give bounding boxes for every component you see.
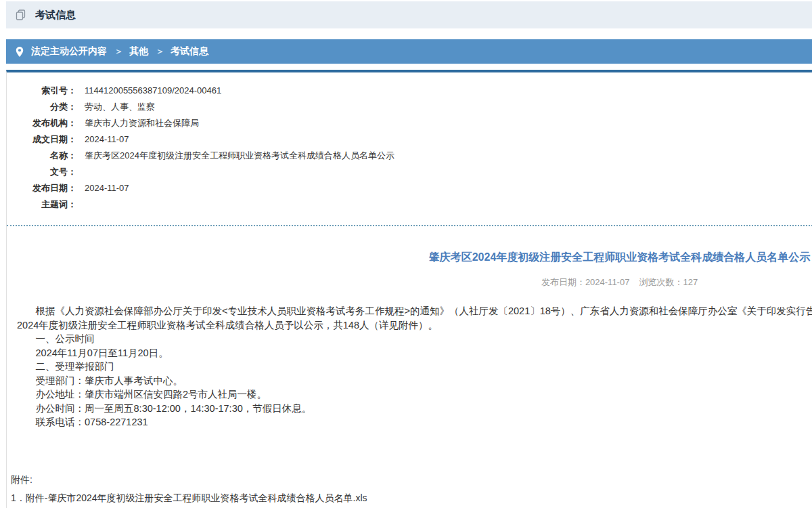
paragraph: 联系电话：0758-2271231	[17, 415, 812, 429]
table-row: 分类： 劳动、人事、监察	[7, 99, 812, 115]
page-header: 考试信息	[6, 1, 812, 28]
publish-date-value: 2024-11-07	[585, 277, 630, 287]
meta-value-name: 肇庆考区2024年度初级注册安全工程师职业资格考试全科成绩合格人员名单公示	[85, 148, 394, 164]
publish-date-label: 发布日期：	[541, 277, 585, 287]
meta-label-publish-date: 发布日期：	[7, 180, 76, 196]
document-info-table: 索引号： 114412005556387109/2024-00461 分类： 劳…	[7, 72, 812, 219]
meta-label-doc-no: 文号：	[7, 164, 76, 180]
article-title: 肇庆考区2024年度初级注册安全工程师职业资格考试全科成绩合格人员名单公示	[7, 251, 812, 265]
meta-label-written-date: 成文日期：	[7, 131, 76, 148]
table-row: 索引号： 114412005556387109/2024-00461	[7, 83, 812, 99]
breadcrumb-separator: ＞	[156, 45, 164, 58]
paragraph: 2024年度初级注册安全工程师职业资格考试全科成绩合格人员予以公示，共148人（…	[17, 318, 812, 333]
table-row: 发布日期： 2024-11-07	[7, 180, 812, 196]
meta-label-name: 名称：	[7, 148, 76, 164]
paragraph: 2024年11月07日至11月20日。	[17, 346, 812, 360]
content-panel: 索引号： 114412005556387109/2024-00461 分类： 劳…	[6, 70, 812, 508]
meta-value-written-date: 2024-11-07	[85, 131, 129, 148]
meta-value-index-no: 114412005556387109/2024-00461	[85, 83, 221, 99]
views-label: 浏览次数：	[639, 277, 683, 287]
meta-label-index-no: 索引号：	[7, 83, 76, 99]
breadcrumb-item-other[interactable]: 其他	[129, 45, 148, 58]
paragraph: 办公时间：周一至周五8:30-12:00，14:30-17:30，节假日休息。	[17, 402, 812, 416]
table-row: 文号：	[7, 164, 812, 180]
attachment-link[interactable]: 1．附件-肇庆市2024年度初级注册安全工程师职业资格考试全科成绩合格人员名单.…	[11, 492, 812, 505]
article-meta: 发布日期：2024-11-07浏览次数：127	[7, 276, 812, 289]
views-value: 127	[683, 277, 698, 287]
location-pin-icon	[16, 47, 24, 57]
table-row: 发布机构： 肇庆市人力资源和社会保障局	[7, 115, 812, 131]
breadcrumb-separator: ＞	[114, 45, 123, 58]
paragraph: 受理部门：肇庆市人事考试中心。	[17, 374, 812, 388]
breadcrumb-item-exam-info[interactable]: 考试信息	[171, 45, 208, 58]
paragraph: 二、受理举报部门	[17, 360, 812, 374]
paragraph: 根据《人力资源社会保障部办公厅关于印发<专业技术人员职业资格考试考务工作规程>的…	[17, 304, 812, 318]
meta-label-publisher: 发布机构：	[7, 115, 76, 131]
meta-label-category: 分类：	[7, 99, 76, 115]
page-header-title: 考试信息	[35, 9, 76, 22]
meta-value-category: 劳动、人事、监察	[85, 99, 155, 115]
attachments-heading: 附件:	[11, 474, 812, 486]
table-row: 主题词：	[7, 196, 812, 213]
paragraph: 办公地址：肇庆市端州区信安四路2号市人社局一楼。	[17, 387, 812, 402]
table-row: 成文日期： 2024-11-07	[7, 131, 812, 148]
article: 肇庆考区2024年度初级注册安全工程师职业资格考试全科成绩合格人员名单公示 发布…	[7, 225, 812, 505]
breadcrumb-item-legal-disclosure[interactable]: 法定主动公开内容	[31, 45, 107, 58]
meta-value-publisher: 肇庆市人力资源和社会保障局	[85, 115, 199, 131]
article-body: 根据《人力资源社会保障部办公厅关于印发<专业技术人员职业资格考试考务工作规程>的…	[7, 304, 812, 429]
document-copy-icon	[16, 9, 26, 21]
page: 考试信息 法定主动公开内容 ＞ 其他 ＞ 考试信息 索引号： 114412005…	[6, 1, 812, 508]
attachments-section: 附件: 1．附件-肇庆市2024年度初级注册安全工程师职业资格考试全科成绩合格人…	[7, 474, 812, 505]
table-row: 名称： 肇庆考区2024年度初级注册安全工程师职业资格考试全科成绩合格人员名单公…	[7, 148, 812, 164]
paragraph: 一、公示时间	[17, 332, 812, 346]
breadcrumb: 法定主动公开内容 ＞ 其他 ＞ 考试信息	[6, 39, 812, 64]
meta-label-subject-words: 主题词：	[7, 196, 76, 213]
meta-value-publish-date: 2024-11-07	[85, 180, 129, 196]
